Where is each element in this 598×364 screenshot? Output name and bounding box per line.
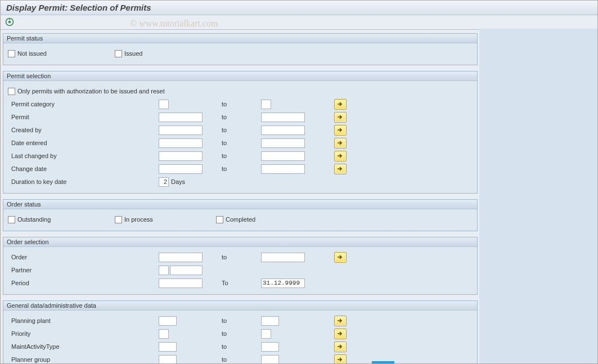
input-partner-type[interactable]: [159, 266, 169, 275]
input-period-from[interactable]: [159, 278, 203, 288]
multi-select-order[interactable]: [334, 252, 347, 263]
label-to: to: [216, 254, 261, 260]
input-order-from[interactable]: [159, 253, 203, 262]
label-issued: Issued: [124, 50, 142, 57]
group-order-selection: Order selection Order to Partner Period …: [3, 237, 478, 295]
label-to: to: [216, 101, 261, 107]
multi-select-last-changed-by[interactable]: [334, 151, 347, 161]
checkbox-outstanding[interactable]: [8, 216, 15, 223]
label-only-auth: Only permits with authorization to be is…: [17, 88, 165, 95]
label-to: to: [216, 127, 261, 133]
label-order: Order: [8, 254, 115, 260]
label-to: to: [216, 114, 261, 120]
checkbox-in-process[interactable]: [115, 216, 122, 223]
label-to: to: [216, 317, 261, 324]
checkbox-only-auth[interactable]: [8, 88, 15, 95]
input-duration-value[interactable]: [159, 177, 169, 187]
input-permit-category-to[interactable]: [261, 100, 271, 109]
input-order-to[interactable]: [261, 253, 305, 262]
group-permit-status: Permit status Not issued Issued: [3, 33, 478, 65]
checkbox-issued[interactable]: [115, 50, 122, 57]
label-to: to: [216, 165, 261, 172]
label-duration-unit: Days: [171, 178, 185, 185]
label-permit-category: Permit category: [8, 101, 115, 107]
input-change-date-from[interactable]: [159, 164, 203, 174]
input-period-to[interactable]: [261, 278, 305, 288]
input-priority-to[interactable]: [261, 329, 271, 339]
label-date-entered: Date entered: [8, 140, 115, 146]
multi-select-planning-plant[interactable]: [334, 316, 347, 326]
label-created-by: Created by: [8, 127, 115, 133]
group-title-order-status: Order status: [3, 200, 477, 209]
execute-icon[interactable]: [5, 17, 14, 26]
multi-select-planner-group[interactable]: [334, 354, 347, 365]
window-title-bar: Display Permit: Selection of Permits: [1, 1, 597, 15]
checkbox-completed[interactable]: [216, 216, 223, 223]
group-general-data: General data/administrative data Plannin…: [3, 300, 478, 364]
group-permit-selection: Permit selection Only permits with autho…: [3, 71, 478, 194]
input-created-by-from[interactable]: [159, 125, 203, 135]
input-date-entered-from[interactable]: [159, 138, 203, 148]
input-partner-value[interactable]: [170, 266, 203, 275]
label-priority: Priority: [8, 330, 115, 337]
group-title-permit-selection: Permit selection: [3, 71, 477, 81]
label-to: to: [216, 330, 261, 337]
label-partner: Partner: [8, 267, 115, 273]
label-completed: Completed: [226, 216, 255, 223]
label-last-changed-by: Last changed by: [8, 152, 115, 159]
label-maint-activity-type: MaintActivityType: [8, 343, 115, 350]
group-order-status: Order status Outstanding In process Comp…: [3, 199, 478, 231]
input-permit-from[interactable]: [159, 113, 203, 122]
input-planner-group-to[interactable]: [261, 355, 279, 365]
label-period: Period: [8, 280, 115, 286]
label-to: to: [216, 140, 261, 146]
multi-select-permit[interactable]: [334, 112, 347, 123]
label-change-date: Change date: [8, 165, 115, 172]
input-priority-from[interactable]: [159, 329, 169, 339]
right-margin: [479, 29, 597, 364]
multi-select-maint-activity-type[interactable]: [334, 341, 347, 352]
label-outstanding: Outstanding: [17, 216, 51, 223]
multi-select-priority[interactable]: [334, 329, 347, 339]
input-maint-activity-type-to[interactable]: [261, 342, 279, 352]
input-planning-plant-from[interactable]: [159, 316, 177, 326]
input-permit-category-from[interactable]: [159, 100, 169, 109]
multi-select-created-by[interactable]: [334, 125, 347, 136]
svg-point-1: [8, 21, 11, 23]
label-planner-group: Planner group: [8, 356, 115, 363]
input-date-entered-to[interactable]: [261, 138, 305, 148]
input-planning-plant-to[interactable]: [261, 316, 279, 326]
label-not-issued: Not issued: [17, 50, 47, 57]
label-duration-key-date: Duration to key date: [8, 178, 115, 185]
label-to-cap: To: [216, 280, 261, 286]
label-in-process: In process: [124, 216, 153, 223]
multi-select-change-date[interactable]: [334, 164, 347, 174]
input-last-changed-by-from[interactable]: [159, 151, 203, 161]
multi-select-permit-category[interactable]: [334, 99, 347, 110]
label-permit: Permit: [8, 114, 115, 120]
toolbar: [1, 15, 597, 30]
input-maint-activity-type-from[interactable]: [159, 342, 177, 352]
label-to: to: [216, 356, 261, 363]
input-last-changed-by-to[interactable]: [261, 151, 305, 161]
checkbox-not-issued[interactable]: [8, 50, 15, 57]
label-to: to: [216, 152, 261, 159]
group-title-permit-status: Permit status: [3, 34, 477, 43]
group-title-general-data: General data/administrative data: [3, 301, 477, 311]
input-change-date-to[interactable]: [261, 164, 305, 174]
scrollbar-indicator[interactable]: [372, 361, 394, 363]
multi-select-date-entered[interactable]: [334, 138, 347, 149]
input-planner-group-from[interactable]: [159, 355, 177, 365]
label-to: to: [216, 343, 261, 350]
input-permit-to[interactable]: [261, 113, 305, 122]
group-title-order-selection: Order selection: [3, 237, 477, 247]
label-planning-plant: Planning plant: [8, 317, 115, 324]
input-created-by-to[interactable]: [261, 125, 305, 135]
window-title: Display Permit: Selection of Permits: [6, 3, 151, 12]
